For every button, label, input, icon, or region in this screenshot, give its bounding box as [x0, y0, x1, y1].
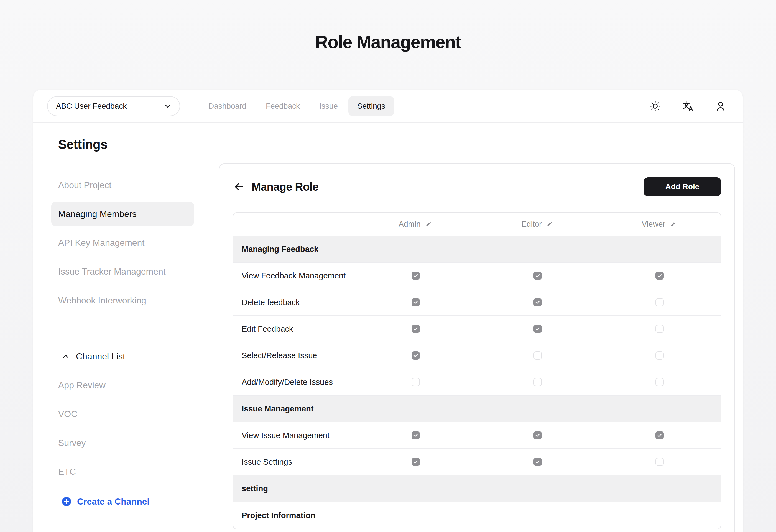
channel-item-app-review[interactable]: App Review — [51, 373, 194, 397]
role-column-viewer: Viewer — [599, 220, 721, 229]
section-row-setting: setting — [233, 476, 721, 502]
create-channel-label: Create a Channel — [77, 497, 149, 507]
checkbox-unchecked[interactable] — [655, 298, 664, 306]
checkbox-checked[interactable] — [534, 325, 542, 333]
add-role-button[interactable]: Add Role — [643, 177, 721, 196]
panel-header: Manage Role Add Role — [233, 177, 721, 197]
table-header-row: AdminEditorViewer — [233, 213, 721, 236]
nav-tabs: DashboardFeedbackIssueSettings — [200, 96, 394, 116]
page-title: Role Management — [0, 0, 776, 51]
checkbox-checked[interactable] — [412, 431, 420, 440]
permission-label: View Issue Management — [233, 431, 355, 440]
checkbox-cell-viewer — [599, 458, 721, 466]
checkbox-cell-viewer — [599, 325, 721, 333]
checkbox-cell-editor — [477, 298, 599, 306]
checkbox-checked[interactable] — [412, 458, 420, 466]
translate-icon[interactable] — [682, 100, 694, 112]
checkbox-unchecked[interactable] — [655, 325, 664, 333]
checkbox-cell-editor — [477, 325, 599, 333]
permission-row-add-modify-delete-issues: Add/Modify/Delete Issues — [233, 369, 721, 396]
back-arrow-icon[interactable] — [233, 181, 245, 193]
profile-icon[interactable] — [715, 100, 727, 112]
checkbox-cell-viewer — [599, 378, 721, 386]
checkbox-cell-viewer — [599, 431, 721, 440]
checkbox-checked[interactable] — [534, 272, 542, 280]
checkbox-unchecked[interactable] — [655, 378, 664, 386]
role-label: Admin — [399, 220, 420, 229]
edit-role-icon[interactable] — [669, 220, 677, 229]
tab-feedback[interactable]: Feedback — [257, 96, 309, 116]
project-selector[interactable]: ABC User Feedback — [47, 96, 180, 116]
channel-list-toggle[interactable]: Channel List — [51, 344, 194, 368]
checkbox-cell-editor — [477, 272, 599, 280]
checkbox-checked[interactable] — [412, 298, 420, 306]
permission-row-delete-feedback: Delete feedback — [233, 289, 721, 316]
navbar: ABC User Feedback DashboardFeedbackIssue… — [33, 90, 743, 123]
checkbox-checked[interactable] — [412, 351, 420, 360]
checkbox-cell-admin — [355, 351, 477, 360]
checkbox-cell-admin — [355, 325, 477, 333]
checkbox-unchecked[interactable] — [655, 458, 664, 466]
checkbox-cell-editor — [477, 351, 599, 360]
checkbox-unchecked[interactable] — [534, 378, 542, 386]
checkbox-cell-viewer — [599, 272, 721, 280]
nav-divider — [190, 97, 190, 115]
permission-label: Add/Modify/Delete Issues — [233, 378, 355, 387]
role-label: Viewer — [641, 220, 665, 229]
channel-item-etc[interactable]: ETC — [51, 459, 194, 484]
channel-list-label: Channel List — [76, 351, 125, 361]
checkbox-checked[interactable] — [655, 431, 664, 440]
checkbox-unchecked[interactable] — [655, 351, 664, 360]
checkbox-cell-editor — [477, 378, 599, 386]
checkbox-checked[interactable] — [412, 325, 420, 333]
role-column-editor: Editor — [477, 220, 599, 229]
main-card: ABC User Feedback DashboardFeedbackIssue… — [33, 90, 743, 532]
sidebar-item-issue-tracker-management[interactable]: Issue Tracker Management — [51, 259, 194, 284]
role-column-admin: Admin — [355, 220, 477, 229]
permission-label: View Feedback Management — [233, 271, 355, 280]
content: Settings About ProjectManaging MembersAP… — [33, 123, 743, 532]
checkbox-unchecked[interactable] — [412, 378, 420, 386]
plus-circle-icon — [61, 497, 71, 507]
channel-list: App ReviewVOCSurveyETC — [51, 373, 194, 484]
checkbox-checked[interactable] — [534, 431, 542, 440]
chevron-down-icon — [164, 102, 172, 110]
tab-settings[interactable]: Settings — [348, 96, 394, 116]
permission-label: Select/Release Issue — [233, 351, 355, 360]
channel-item-voc[interactable]: VOC — [51, 402, 194, 426]
checkbox-cell-viewer — [599, 298, 721, 306]
sidebar-item-api-key-management[interactable]: API Key Management — [51, 231, 194, 255]
sidebar-item-managing-members[interactable]: Managing Members — [51, 202, 194, 226]
edit-role-icon[interactable] — [545, 220, 554, 229]
checkbox-cell-admin — [355, 298, 477, 306]
settings-heading: Settings — [58, 137, 219, 152]
subheader-row-project-information: Project Information — [233, 502, 721, 529]
tab-dashboard[interactable]: Dashboard — [200, 96, 255, 116]
theme-sun-icon[interactable] — [649, 100, 661, 112]
checkbox-checked[interactable] — [412, 272, 420, 280]
checkbox-unchecked[interactable] — [534, 351, 542, 360]
edit-role-icon[interactable] — [424, 220, 433, 229]
checkbox-cell-editor — [477, 458, 599, 466]
chevron-up-icon — [61, 352, 70, 360]
checkbox-cell-admin — [355, 458, 477, 466]
checkbox-cell-viewer — [599, 351, 721, 360]
create-channel-button[interactable]: Create a Channel — [51, 489, 194, 514]
permission-row-edit-feedback: Edit Feedback — [233, 316, 721, 342]
checkbox-cell-editor — [477, 431, 599, 440]
sidebar-item-webhook-interworking[interactable]: Webhook Interworking — [51, 288, 194, 312]
permission-label: Issue Settings — [233, 458, 355, 467]
channel-item-survey[interactable]: Survey — [51, 431, 194, 455]
checkbox-checked[interactable] — [534, 298, 542, 306]
permission-row-issue-settings: Issue Settings — [233, 449, 721, 476]
checkbox-cell-admin — [355, 272, 477, 280]
checkbox-checked[interactable] — [655, 272, 664, 280]
settings-menu: About ProjectManaging MembersAPI Key Man… — [51, 173, 194, 312]
nav-icons — [649, 100, 727, 112]
project-selector-value: ABC User Feedback — [56, 102, 127, 110]
checkbox-cell-admin — [355, 431, 477, 440]
tab-issue[interactable]: Issue — [311, 96, 347, 116]
checkbox-cell-admin — [355, 378, 477, 386]
sidebar-item-about-project[interactable]: About Project — [51, 173, 194, 197]
checkbox-checked[interactable] — [534, 458, 542, 466]
